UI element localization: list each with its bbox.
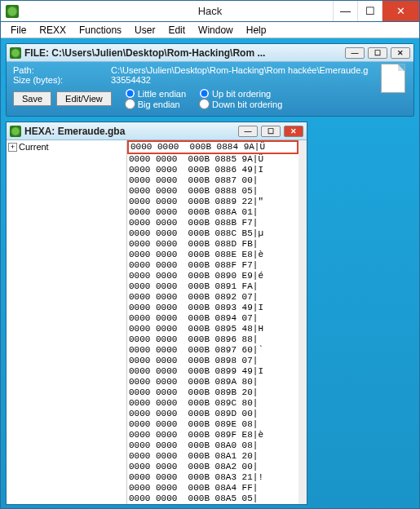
hex-row[interactable]: 0000 0000 000B 0895 48|H bbox=[129, 324, 297, 334]
app-icon bbox=[6, 5, 19, 18]
hexa-body: + Current 0000 0000 000B 0884 9A|Ü 0000 … bbox=[7, 140, 307, 504]
minimize-button[interactable]: — bbox=[333, 1, 357, 21]
file-titlebar[interactable]: FILE: C:\Users\Julien\Desktop\Rom-Hackin… bbox=[7, 44, 413, 62]
menu-window[interactable]: Window bbox=[192, 23, 240, 38]
mdi-client-area: FILE: C:\Users\Julien\Desktop\Rom-Hackin… bbox=[1, 38, 419, 508]
hex-row[interactable]: 0000 0000 000B 089D 00| bbox=[129, 409, 297, 419]
hex-row[interactable]: 0000 0000 000B 08A4 FF| bbox=[129, 483, 297, 494]
hex-row[interactable]: 0000 0000 000B 089E 08| bbox=[129, 419, 297, 430]
tree-expander-icon[interactable]: + bbox=[8, 143, 17, 152]
hex-row[interactable]: 0000 0000 000B 0896 88| bbox=[129, 334, 297, 345]
hexa-title: HEXA: Emeraude.gba bbox=[24, 126, 125, 137]
menu-user[interactable]: User bbox=[128, 23, 161, 38]
down-bit-option[interactable]: Down bit ordering bbox=[199, 99, 282, 109]
hex-row[interactable]: 0000 0000 000B 08A3 21|! bbox=[129, 472, 297, 483]
hex-row[interactable]: 0000 0000 000B 08A5 05| bbox=[129, 494, 297, 504]
menubar: File REXX Functions User Edit Window Hel… bbox=[1, 22, 419, 38]
window-controls: — ☐ ✕ bbox=[333, 1, 419, 21]
down-bit-radio[interactable] bbox=[199, 99, 210, 109]
file-body: Path: C:\Users\Julien\Desktop\Rom-Hackin… bbox=[7, 62, 413, 116]
close-button[interactable]: ✕ bbox=[382, 1, 419, 21]
hex-row[interactable]: 0000 0000 000B 088D FB| bbox=[129, 239, 297, 250]
tree-root-label: Current bbox=[19, 142, 49, 152]
scrollbar[interactable] bbox=[298, 140, 307, 504]
hex-row[interactable]: 0000 0000 000B 089B 20| bbox=[129, 387, 297, 398]
save-button[interactable]: Save bbox=[13, 91, 51, 106]
hexa-close-button[interactable]: ✕ bbox=[284, 126, 303, 137]
big-endian-radio[interactable] bbox=[125, 99, 135, 109]
hex-row[interactable]: 0000 0000 000B 0893 49|I bbox=[129, 303, 297, 313]
menu-edit[interactable]: Edit bbox=[161, 23, 192, 38]
main-titlebar[interactable]: Hack — ☐ ✕ bbox=[1, 1, 419, 22]
hex-row[interactable]: 0000 0000 000B 089C 80| bbox=[129, 398, 297, 409]
hexa-maximize-button[interactable]: ☐ bbox=[261, 126, 281, 137]
hex-row[interactable]: 0000 0000 000B 0899 49|I bbox=[129, 366, 297, 377]
hexa-minimize-button[interactable]: — bbox=[238, 126, 258, 137]
hex-rows: 0000 0000 000B 0885 9A|Ü0000 0000 000B 0… bbox=[127, 154, 298, 504]
tree-root-row[interactable]: + Current bbox=[8, 142, 125, 152]
little-endian-option[interactable]: Little endian bbox=[125, 88, 186, 99]
hexa-window-controls: — ☐ ✕ bbox=[238, 126, 307, 137]
hex-row[interactable]: 0000 0000 000B 08A2 00| bbox=[129, 462, 297, 472]
hex-row[interactable]: 0000 0000 000B 08A0 08| bbox=[129, 440, 297, 451]
size-value: 33554432 bbox=[111, 75, 407, 85]
file-close-button[interactable]: ✕ bbox=[391, 47, 410, 59]
file-minimize-button[interactable]: — bbox=[345, 47, 365, 59]
hexa-icon bbox=[10, 126, 21, 137]
tree-panel: + Current bbox=[7, 140, 127, 504]
main-window: Hack — ☐ ✕ File REXX Functions User Edit… bbox=[0, 0, 420, 509]
hex-row[interactable]: 0000 0000 000B 0889 22|" bbox=[129, 197, 297, 207]
menu-functions[interactable]: Functions bbox=[73, 23, 128, 38]
hexa-titlebar[interactable]: HEXA: Emeraude.gba — ☐ ✕ bbox=[7, 122, 307, 140]
hex-row[interactable]: 0000 0000 000B 0894 07| bbox=[129, 313, 297, 324]
file-controls: Save Edit/View Little endian Big endian … bbox=[13, 88, 407, 109]
bitorder-group: Up bit ordering Down bit ordering bbox=[199, 88, 282, 109]
little-endian-radio[interactable] bbox=[125, 88, 135, 99]
hex-row[interactable]: 0000 0000 000B 088E E8|è bbox=[129, 250, 297, 260]
file-window-controls: — ☐ ✕ bbox=[345, 47, 413, 59]
up-bit-option[interactable]: Up bit ordering bbox=[199, 88, 282, 99]
hex-row[interactable]: 0000 0000 000B 0898 07| bbox=[129, 356, 297, 366]
hex-row[interactable]: 0000 0000 000B 0885 9A|Ü bbox=[129, 154, 297, 165]
file-maximize-button[interactable]: ☐ bbox=[368, 47, 387, 59]
hex-row[interactable]: 0000 0000 000B 0890 E9|é bbox=[129, 271, 297, 281]
edit-view-button[interactable]: Edit/View bbox=[56, 91, 112, 106]
hex-row[interactable]: 0000 0000 000B 0891 FA| bbox=[129, 281, 297, 292]
path-value: C:\Users\Julien\Desktop\Rom-Hacking\Rom … bbox=[111, 65, 407, 75]
hex-row[interactable]: 0000 0000 000B 089F E8|è bbox=[129, 430, 297, 440]
hex-row[interactable]: 0000 0000 000B 088C B5|µ bbox=[129, 228, 297, 239]
path-label: Path: bbox=[13, 65, 111, 75]
hex-row[interactable]: 0000 0000 000B 0888 05| bbox=[129, 186, 297, 197]
hex-row[interactable]: 0000 0000 000B 089A 80| bbox=[129, 377, 297, 387]
menu-file[interactable]: File bbox=[4, 23, 33, 38]
hex-row[interactable]: 0000 0000 000B 08A1 20| bbox=[129, 451, 297, 462]
hex-row[interactable]: 0000 0000 000B 0887 00| bbox=[129, 175, 297, 186]
file-icon bbox=[10, 47, 21, 59]
hex-header-row: 0000 0000 000B 0884 9A|Ü bbox=[127, 140, 298, 154]
hex-row[interactable]: 0000 0000 000B 088B F7| bbox=[129, 218, 297, 228]
hex-panel[interactable]: 0000 0000 000B 0884 9A|Ü 0000 0000 000B … bbox=[127, 140, 298, 504]
maximize-button[interactable]: ☐ bbox=[357, 1, 382, 21]
big-endian-option[interactable]: Big endian bbox=[125, 99, 186, 109]
hex-row[interactable]: 0000 0000 000B 0897 60|` bbox=[129, 345, 297, 356]
up-bit-radio[interactable] bbox=[199, 88, 210, 99]
file-window: FILE: C:\Users\Julien\Desktop\Rom-Hackin… bbox=[6, 43, 414, 117]
size-label: Size (bytes): bbox=[13, 75, 111, 85]
hex-row[interactable]: 0000 0000 000B 088F F7| bbox=[129, 260, 297, 271]
menu-rexx[interactable]: REXX bbox=[33, 23, 73, 38]
file-title: FILE: C:\Users\Julien\Desktop\Rom-Hackin… bbox=[24, 47, 265, 59]
hex-row[interactable]: 0000 0000 000B 088A 01| bbox=[129, 207, 297, 218]
endian-group: Little endian Big endian bbox=[125, 88, 186, 109]
menu-help[interactable]: Help bbox=[240, 23, 273, 38]
hex-row[interactable]: 0000 0000 000B 0892 07| bbox=[129, 292, 297, 303]
hexa-window: HEXA: Emeraude.gba — ☐ ✕ + Current 0000 … bbox=[6, 122, 307, 505]
document-icon bbox=[381, 64, 405, 93]
hex-row[interactable]: 0000 0000 000B 0886 49|I bbox=[129, 165, 297, 175]
